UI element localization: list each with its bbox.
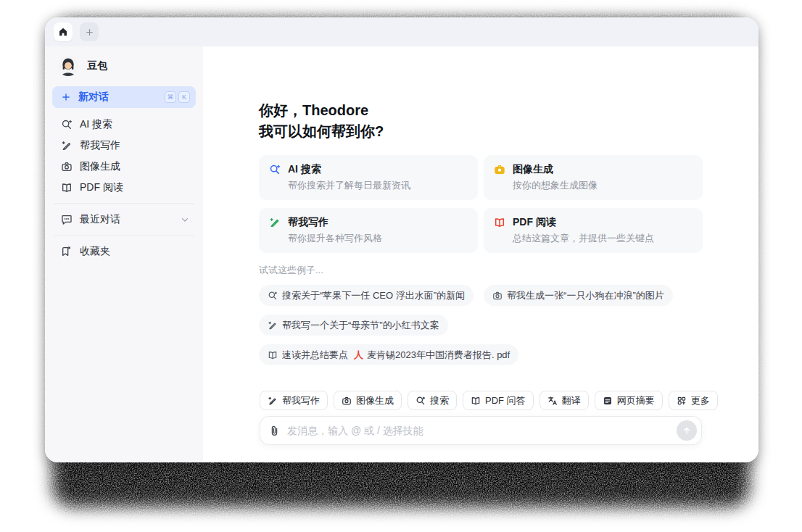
card-title: 图像生成 (513, 163, 553, 176)
skill-pdf-button[interactable]: PDF 问答 (463, 391, 534, 410)
chip-pdf-example[interactable]: 速读并总结要点 人 麦肯锡2023年中国消费者报告. pdf (259, 344, 518, 365)
skill-more-button[interactable]: 更多 (669, 391, 718, 410)
chip-text: 帮我写一个关于“母亲节”的小红书文案 (282, 319, 439, 332)
skill-image-button[interactable]: 图像生成 (334, 391, 402, 410)
card-description: 帮你提升各种写作风格 (288, 232, 468, 245)
card-title: PDF 阅读 (513, 216, 556, 229)
chat-bubble-icon (61, 214, 73, 225)
skill-label: 翻译 (562, 394, 581, 407)
skill-write-button[interactable]: 帮我写作 (260, 391, 328, 410)
sidebar-item-label: 帮我写作 (80, 139, 190, 152)
chip-text: 帮我生成一张“一只小狗在冲浪”的图片 (507, 289, 664, 302)
skill-label: 网页摘要 (617, 394, 655, 407)
message-composer (260, 416, 702, 445)
sidebar-nav: AI 搜索 帮我写作 图像生成 (52, 114, 196, 198)
pdf-read-icon (268, 350, 278, 360)
card-image-gen[interactable]: 图像生成 按你的想象生成图像 (484, 155, 703, 200)
skill-label: 更多 (691, 394, 710, 407)
message-input[interactable] (287, 425, 677, 436)
ai-search-icon (268, 291, 278, 301)
sidebar-item-label: 图像生成 (80, 160, 190, 173)
plus-icon (85, 28, 94, 37)
bookmark-icon (61, 246, 73, 257)
sidebar-item-image-gen[interactable]: 图像生成 (52, 156, 196, 177)
profile-name: 豆包 (87, 59, 107, 72)
webpage-icon (603, 396, 613, 406)
doubao-avatar (58, 56, 78, 76)
chip-text: 速读并总结要点 (282, 349, 348, 362)
composer-area: 帮我写作 图像生成 搜索 (260, 391, 702, 445)
greeting-line2: 我可以如何帮到你? (259, 121, 703, 142)
skill-label: 图像生成 (356, 394, 394, 407)
translate-icon (547, 396, 558, 406)
feature-cards: AI 搜索 帮你搜索并了解每日最新资讯 图像生成 按你的想象生成 (259, 155, 703, 253)
sidebar-divider (54, 203, 194, 204)
sidebar-item-label: 最近对话 (80, 213, 180, 226)
more-icon (677, 396, 687, 406)
paperclip-icon[interactable] (269, 425, 280, 436)
chip-image-example[interactable]: 帮我生成一张“一只小狗在冲浪”的图片 (484, 285, 673, 306)
ai-search-icon (269, 164, 281, 175)
card-write[interactable]: 帮我写作 帮你提升各种写作风格 (259, 208, 478, 253)
skill-translate-button[interactable]: 翻译 (540, 391, 589, 410)
sidebar-item-pdf-read[interactable]: PDF 阅读 (52, 177, 196, 198)
ai-search-icon (61, 119, 73, 130)
chip-text: 搜索关于“苹果下一任 CEO 浮出水面”的新闻 (282, 289, 465, 302)
card-ai-search[interactable]: AI 搜索 帮你搜索并了解每日最新资讯 (259, 155, 478, 200)
card-description: 按你的想象生成图像 (513, 179, 693, 192)
ai-search-icon (416, 396, 426, 406)
skill-label: PDF 问答 (485, 394, 526, 407)
image-gen-icon (494, 164, 505, 175)
sidebar-item-recent-chats[interactable]: 最近对话 (52, 209, 196, 230)
pdf-read-icon (494, 217, 505, 228)
greeting-line1: 你好，Theodore (259, 100, 703, 121)
card-description: 帮你搜索并了解每日最新资讯 (288, 179, 468, 192)
send-button[interactable] (677, 420, 697, 441)
card-pdf-read[interactable]: PDF 阅读 总结这篇文章，并提供一些关键点 (484, 208, 703, 253)
arrow-up-icon (682, 425, 692, 436)
tab-bar (45, 17, 758, 46)
new-chat-label: 新对话 (78, 91, 162, 104)
chip-write-example[interactable]: 帮我写一个关于“母亲节”的小红书文案 (259, 315, 448, 336)
write-icon (61, 140, 73, 151)
kbd-k: K (178, 91, 190, 103)
sidebar-item-write[interactable]: 帮我写作 (52, 135, 196, 156)
sidebar-item-label: AI 搜索 (80, 118, 190, 131)
profile-row[interactable]: 豆包 (52, 55, 196, 77)
image-gen-icon (492, 291, 503, 301)
pdf-read-icon (61, 182, 73, 194)
pdf-read-icon (471, 396, 481, 406)
kbd-command: ⌘ (165, 91, 176, 103)
sidebar-divider (54, 235, 194, 236)
sidebar-item-label: PDF 阅读 (80, 181, 190, 194)
plus-icon (61, 92, 71, 102)
skill-buttons: 帮我写作 图像生成 搜索 (260, 391, 702, 410)
tab-home[interactable] (54, 22, 73, 41)
chip-attachment-name: 麦肯锡2023年中国消费者报告. pdf (367, 349, 510, 362)
skill-label: 帮我写作 (282, 394, 320, 407)
chevron-down-icon[interactable] (180, 215, 190, 225)
app-stage: 豆包 新对话 ⌘ K AI 搜索 (0, 0, 802, 532)
image-gen-icon (61, 161, 73, 173)
home-icon (58, 27, 68, 37)
sidebar-item-favorites[interactable]: 收藏夹 (52, 241, 196, 262)
skill-webpage-button[interactable]: 网页摘要 (595, 391, 663, 410)
image-gen-icon (342, 396, 352, 406)
new-chat-button[interactable]: 新对话 ⌘ K (52, 86, 196, 108)
card-description: 总结这篇文章，并提供一些关键点 (513, 232, 693, 245)
chip-search-example[interactable]: 搜索关于“苹果下一任 CEO 浮出水面”的新闻 (259, 285, 474, 306)
sidebar-item-ai-search[interactable]: AI 搜索 (52, 114, 196, 135)
skill-search-button[interactable]: 搜索 (408, 391, 457, 410)
write-icon (268, 396, 278, 406)
write-icon (268, 320, 278, 331)
sidebar: 豆包 新对话 ⌘ K AI 搜索 (45, 46, 203, 462)
skill-label: 搜索 (430, 394, 449, 407)
main-area: 你好，Theodore 我可以如何帮到你? AI 搜索 帮你搜索并了解每日最新资… (203, 46, 758, 462)
examples-label: 试试这些例子... (259, 264, 703, 277)
sidebar-item-label: 收藏夹 (80, 245, 190, 258)
example-chips: 搜索关于“苹果下一任 CEO 浮出水面”的新闻 帮我生成一张“一只小狗在冲浪”的… (259, 285, 703, 365)
pdf-file-icon: 人 (354, 349, 363, 362)
write-icon (269, 217, 281, 228)
tab-new[interactable] (80, 22, 99, 41)
card-title: AI 搜索 (288, 163, 321, 176)
